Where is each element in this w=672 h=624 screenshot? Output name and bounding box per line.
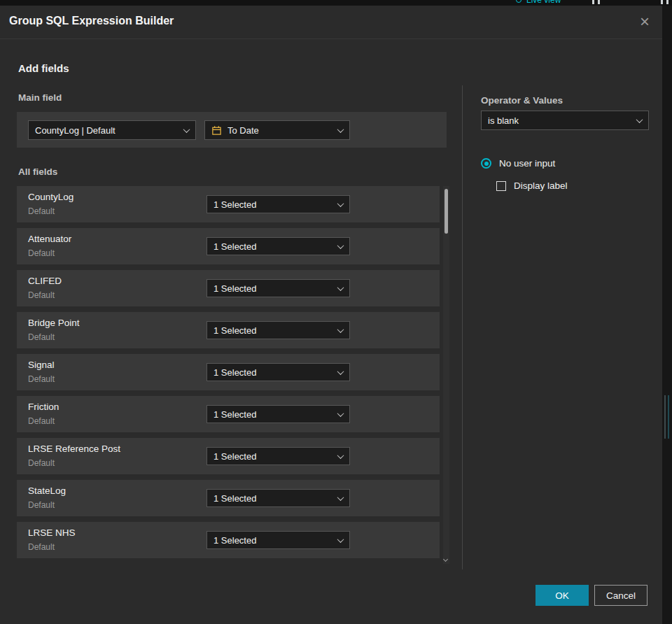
scrollbar-thumb[interactable] (444, 189, 448, 234)
display-label-checkbox[interactable]: Display label (496, 180, 568, 191)
field-selected-dropdown[interactable]: 1 Selected (206, 531, 350, 549)
field-source: Default (28, 248, 55, 258)
chevron-down-icon (337, 126, 344, 133)
cancel-button[interactable]: Cancel (594, 585, 648, 606)
chevron-down-icon (337, 368, 344, 375)
radio-label: No user input (499, 158, 555, 169)
field-row-signal: Signal Default 1 Selected (17, 354, 440, 390)
field-source: Default (28, 290, 55, 300)
field-selected-dropdown[interactable]: 1 Selected (206, 447, 350, 465)
field-selected-dropdown[interactable]: 1 Selected (206, 279, 350, 297)
toolbar-bars-icon[interactable] (661, 0, 668, 4)
close-icon[interactable]: × (634, 12, 655, 33)
main-field-row: CountyLog | Default To Date (17, 112, 447, 148)
main-field-dropdown[interactable]: CountyLog | Default (28, 120, 196, 140)
chevron-down-icon (337, 452, 344, 459)
main-field-label: Main field (18, 92, 62, 103)
field-source: Default (28, 206, 55, 216)
field-source: Default (28, 374, 55, 384)
dropdown-value: 1 Selected (214, 241, 332, 252)
live-view-toggle[interactable]: Live view (526, 0, 561, 5)
checkbox-unchecked-icon (496, 181, 506, 191)
dropdown-value: CountyLog | Default (35, 125, 178, 136)
chevron-down-icon (183, 126, 190, 133)
chevron-down-icon (636, 116, 643, 123)
field-name: LRSE Reference Post (28, 444, 120, 454)
calendar-icon (211, 125, 222, 136)
dropdown-value: 1 Selected (214, 367, 332, 378)
ok-button[interactable]: OK (536, 585, 589, 606)
radio-selected-icon (481, 158, 491, 169)
date-field-dropdown[interactable]: To Date (204, 120, 350, 140)
field-row-clifed: CLIFED Default 1 Selected (17, 270, 440, 306)
field-selected-dropdown[interactable]: 1 Selected (206, 363, 350, 381)
field-row-lrse-reference-post: LRSE Reference Post Default 1 Selected (17, 438, 440, 474)
field-name: StateLog (28, 485, 66, 496)
chevron-down-icon (337, 536, 344, 543)
group-sql-expression-builder-dialog: Group SQL Expression Builder × Add field… (0, 6, 662, 624)
field-selected-dropdown[interactable]: 1 Selected (206, 321, 350, 339)
field-name: Signal (28, 360, 55, 370)
chevron-down-icon (337, 284, 344, 291)
dropdown-value: 1 Selected (214, 199, 332, 210)
dropdown-value: 1 Selected (214, 325, 332, 336)
operator-dropdown[interactable]: is blank (481, 111, 649, 130)
edge-mark (668, 395, 669, 439)
chevron-down-icon (337, 494, 344, 501)
field-name: CountyLog (28, 192, 74, 202)
field-source: Default (28, 332, 55, 342)
section-title-add-fields: Add fields (18, 62, 69, 74)
field-selected-dropdown[interactable]: 1 Selected (206, 489, 350, 507)
field-name: CLIFED (28, 276, 62, 286)
operator-values-label: Operator & Values (481, 95, 563, 106)
dropdown-value: 1 Selected (214, 535, 332, 546)
scrollbar[interactable] (443, 186, 449, 564)
chevron-down-icon (337, 410, 344, 417)
dropdown-value: 1 Selected (214, 493, 332, 504)
dropdown-value: is blank (488, 115, 631, 126)
field-source: Default (28, 416, 55, 426)
dropdown-value: 1 Selected (214, 409, 332, 420)
toolbar-bars-icon[interactable] (592, 0, 600, 4)
field-source: Default (28, 500, 55, 510)
field-selected-dropdown[interactable]: 1 Selected (206, 405, 350, 423)
no-user-input-radio[interactable]: No user input (481, 158, 555, 169)
app-top-bar: Live view (0, 0, 672, 6)
field-row-countylog: CountyLog Default 1 Selected (17, 186, 440, 222)
chevron-down-icon (337, 242, 344, 249)
dialog-header: Group SQL Expression Builder × (0, 6, 662, 39)
field-selected-dropdown[interactable]: 1 Selected (206, 237, 350, 255)
field-row-friction: Friction Default 1 Selected (17, 396, 440, 432)
edge-mark (664, 395, 666, 439)
field-name: Friction (28, 402, 59, 412)
dropdown-value: To Date (227, 125, 332, 136)
field-selected-dropdown[interactable]: 1 Selected (206, 195, 350, 213)
field-row-attenuator: Attenuator Default 1 Selected (17, 228, 440, 264)
field-source: Default (28, 542, 55, 552)
field-source: Default (28, 458, 55, 468)
field-row-statelog: StateLog Default 1 Selected (17, 480, 440, 516)
all-fields-label: All fields (18, 166, 57, 177)
field-row-lrse-nhs: LRSE NHS Default 1 Selected (17, 522, 440, 558)
app-right-edge (662, 6, 672, 624)
live-view-icon (516, 0, 522, 3)
operator-values-panel: Operator & Values is blank No user input… (462, 85, 662, 569)
chevron-down-icon (337, 200, 344, 207)
field-row-bridge-point: Bridge Point Default 1 Selected (17, 312, 440, 348)
all-fields-list: CountyLog Default 1 Selected Attenuator … (17, 186, 440, 564)
scroll-down-icon[interactable] (443, 557, 448, 562)
field-name: Bridge Point (28, 318, 80, 328)
field-name: Attenuator (28, 234, 71, 244)
checkbox-label: Display label (514, 180, 568, 191)
dropdown-value: 1 Selected (214, 283, 332, 294)
dropdown-value: 1 Selected (214, 451, 332, 462)
chevron-down-icon (337, 326, 344, 333)
dialog-title: Group SQL Expression Builder (9, 15, 174, 27)
field-name: LRSE NHS (28, 527, 76, 538)
